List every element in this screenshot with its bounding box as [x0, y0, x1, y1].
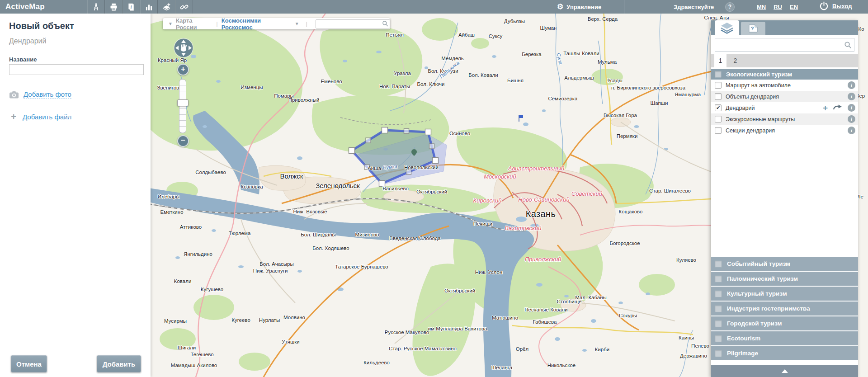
- chevron-down-icon[interactable]: ▼: [168, 21, 173, 26]
- layer-group-bar[interactable]: Pilgrimage: [711, 346, 858, 360]
- info-icon[interactable]: i: [848, 104, 855, 112]
- group-label: Экологический туризм: [726, 71, 792, 78]
- divider: |: [306, 20, 307, 27]
- zoom-slider-handle[interactable]: [177, 99, 189, 106]
- polygon-midpoint-handle[interactable]: [429, 144, 434, 149]
- chevron-down-icon[interactable]: ▼: [295, 21, 299, 26]
- group-checkbox[interactable]: [715, 275, 722, 283]
- page-tab-2[interactable]: 2: [729, 54, 741, 67]
- add-geometry-icon[interactable]: +: [823, 104, 828, 112]
- polygon-vertex-handle[interactable]: [382, 127, 388, 133]
- polygon-midpoint-handle[interactable]: [364, 165, 369, 170]
- tab-legend[interactable]: ?: [741, 22, 765, 35]
- layer-row[interactable]: Маршрут на автомобилеi: [711, 80, 858, 91]
- compass-tool-button[interactable]: [87, 0, 104, 14]
- camera-icon: [9, 91, 19, 99]
- group-checkbox[interactable]: [715, 350, 722, 357]
- cancel-button[interactable]: Отмена: [11, 355, 47, 372]
- link-button[interactable]: [175, 0, 193, 14]
- layer-group-bar[interactable]: Индустрия гостеприимства: [711, 302, 858, 316]
- layer-group-list: Экологический туризмМаршрут на автомобил…: [711, 69, 858, 136]
- layer-checkbox[interactable]: [715, 93, 722, 100]
- layer-group-bar[interactable]: Паломнический туризм: [711, 272, 858, 286]
- layer-row[interactable]: Секции дендрарияi: [711, 125, 858, 136]
- layer-checkbox[interactable]: [715, 116, 722, 123]
- satellite-layer-option[interactable]: Космоснимки Роскосмос: [222, 17, 289, 31]
- layer-checkbox[interactable]: ✔: [715, 104, 722, 111]
- language-link-en[interactable]: EN: [790, 4, 798, 10]
- layer-group-bar[interactable]: Городской туризм: [711, 316, 858, 330]
- language-link-mn[interactable]: MN: [757, 4, 766, 10]
- language-switcher: MNRUEN: [757, 4, 798, 10]
- topbar-separator: [624, 0, 624, 14]
- layer-group-header[interactable]: Экологический туризм: [711, 69, 858, 80]
- panel-footer[interactable]: [711, 364, 858, 377]
- divider: |: [216, 20, 217, 27]
- zoom-in-button[interactable]: +: [177, 64, 189, 75]
- language-link-ru[interactable]: RU: [774, 4, 782, 10]
- layer-group-bar[interactable]: Событийный туризм: [711, 257, 858, 271]
- polygon-vertex-handle[interactable]: [433, 158, 439, 164]
- layer-row[interactable]: ✔Дендрарий+i: [711, 102, 858, 113]
- map-layer-switcher: ▼ Карта России | Космоснимки Роскосмос ▼…: [163, 18, 390, 29]
- submit-button[interactable]: Добавить: [97, 355, 141, 372]
- polygon-vertex-handle[interactable]: [379, 181, 385, 187]
- add-file-button[interactable]: + Добавить файл: [9, 112, 71, 121]
- name-label: Название: [9, 56, 37, 63]
- group-checkbox[interactable]: [715, 71, 722, 78]
- group-checkbox[interactable]: [715, 335, 722, 342]
- base-layer-option[interactable]: Карта России: [176, 17, 212, 31]
- toolbar-icons: i: [87, 0, 193, 14]
- layer-row[interactable]: Объекты дендрарияi: [711, 91, 858, 102]
- search-icon[interactable]: [382, 20, 388, 27]
- layers-panel: ? 1 2 Экологический туризмМаршрут на авт…: [711, 20, 858, 377]
- guide-page-icon: ?: [747, 24, 759, 33]
- layer-group-bar[interactable]: Культурный туризм: [711, 287, 858, 301]
- collapsed-groups: Событийный туризмПаломнический туризмКул…: [711, 257, 858, 361]
- zoom-out-button[interactable]: −: [177, 135, 189, 147]
- group-checkbox[interactable]: [715, 305, 722, 312]
- polygon-vertex-handle[interactable]: [349, 148, 355, 154]
- greeting-text: Здравствуйте: [674, 4, 714, 10]
- group-checkbox[interactable]: [715, 320, 722, 327]
- polygon-midpoint-handle[interactable]: [404, 129, 409, 134]
- layers-search-input[interactable]: [717, 40, 841, 50]
- polygon-midpoint-handle[interactable]: [366, 138, 371, 143]
- info-icon[interactable]: i: [848, 127, 855, 134]
- polygon-vertex-handle[interactable]: [425, 129, 431, 135]
- redo-arrow-icon[interactable]: [833, 104, 843, 112]
- layer-row[interactable]: Экскурсионные маршрутыi: [711, 113, 858, 125]
- new-object-panel: Новый объект Дендрарий Название Добавить…: [0, 14, 151, 377]
- info-icon[interactable]: i: [848, 115, 855, 123]
- group-checkbox[interactable]: [715, 260, 722, 268]
- guide-button[interactable]: i: [122, 0, 140, 14]
- tab-layers[interactable]: [715, 20, 739, 35]
- layer-group-bar[interactable]: Ecotourism: [711, 331, 858, 345]
- group-label: Ecotourism: [727, 335, 760, 342]
- layers-pagination: 1 2: [711, 54, 858, 67]
- zoom-slider[interactable]: [179, 79, 186, 133]
- manage-button[interactable]: ⚙ Управление: [557, 0, 601, 14]
- layer-checkbox[interactable]: [715, 82, 722, 89]
- map-search-input[interactable]: [316, 19, 390, 28]
- layer-checkbox[interactable]: [715, 127, 722, 134]
- add-layer-button[interactable]: [157, 0, 175, 14]
- page-tab-1[interactable]: 1: [714, 54, 726, 67]
- polygon-midpoint-handle[interactable]: [406, 170, 411, 174]
- map-pan-control[interactable]: [173, 38, 194, 60]
- print-button[interactable]: [104, 0, 122, 14]
- layers-panel-tabs: ?: [711, 20, 858, 35]
- logout-button[interactable]: Выход: [819, 1, 852, 11]
- layer-subtitle: Дендрарий: [9, 37, 46, 45]
- bar-chart-button[interactable]: [140, 0, 157, 14]
- group-checkbox[interactable]: [715, 290, 722, 297]
- name-field[interactable]: [9, 64, 144, 75]
- info-icon[interactable]: i: [848, 93, 855, 100]
- help-button[interactable]: ?: [725, 2, 735, 12]
- add-photo-button[interactable]: Добавить фото: [9, 90, 71, 99]
- collapse-up-icon: [782, 369, 788, 373]
- add-layer-icon: [162, 2, 171, 12]
- info-icon[interactable]: i: [848, 81, 855, 89]
- search-icon[interactable]: [844, 41, 852, 49]
- group-label: Культурный туризм: [727, 290, 787, 297]
